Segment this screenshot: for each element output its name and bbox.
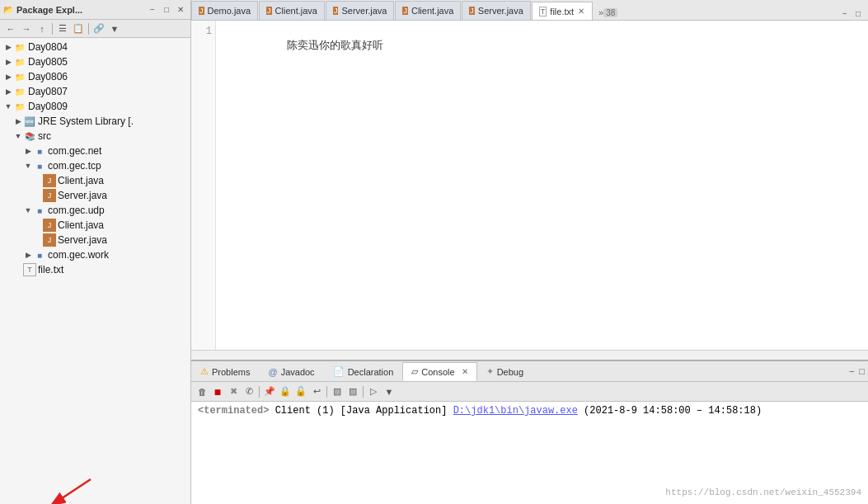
sidebar-toolbar: ← → ↑ ☰ 📋 🔗 ▼ xyxy=(0,20,190,38)
tree-label: Day0804 xyxy=(28,41,68,53)
tree-label: Client.java xyxy=(58,219,104,231)
minimize-bottom-button[interactable]: − xyxy=(849,366,854,376)
javadoc-icon: @ xyxy=(268,367,277,377)
tree-item-com-gec-net[interactable]: ■ com.gec.net xyxy=(0,144,190,158)
layout-button1[interactable]: ▧ xyxy=(330,384,345,399)
tree-arrow-day0809 xyxy=(3,101,13,111)
folder-icon: 📁 xyxy=(13,55,26,68)
tree-item-com-gec-udp[interactable]: ■ com.gec.udp xyxy=(0,203,190,218)
tree-item-src[interactable]: 📚 src xyxy=(0,129,190,144)
tree-arrow-client-tcp xyxy=(33,176,43,186)
sidebar-title-text: Package Expl... xyxy=(16,5,82,15)
tree-label: com.gec.tcp xyxy=(48,160,101,172)
package-icon: ■ xyxy=(33,159,46,172)
maximize-editor-button[interactable]: □ xyxy=(852,7,865,20)
tree-label: JRE System Library [. xyxy=(38,115,134,127)
tree-arrow-src xyxy=(13,131,23,141)
console-output: <terminated> Client (1) [Java Applicatio… xyxy=(191,402,868,504)
minimize-button[interactable]: − xyxy=(146,3,159,16)
disconnect-button[interactable]: ✆ xyxy=(242,384,256,399)
tree-label: Client.java xyxy=(58,175,104,186)
tree-item-com-gec-tcp[interactable]: ■ com.gec.tcp xyxy=(0,158,190,173)
tab-close-button[interactable]: ✕ xyxy=(577,7,585,16)
tree-item-client-udp[interactable]: J Client.java xyxy=(0,218,190,233)
stop-button[interactable]: ■ xyxy=(210,384,225,399)
menu-button[interactable]: ▼ xyxy=(107,21,122,36)
tab-overflow[interactable]: » 38 xyxy=(594,5,622,20)
tab-problems[interactable]: ⚠ Problems xyxy=(191,362,259,381)
tree-item-day0806[interactable]: 📁 Day0806 xyxy=(0,69,190,84)
tab-client2-java[interactable]: J Client.java xyxy=(395,1,461,20)
tab-icon: T xyxy=(539,7,547,16)
tree-item-server-udp[interactable]: J Server.java xyxy=(0,233,190,247)
open-console-button[interactable]: ▷ xyxy=(366,384,381,399)
tree-label: com.gec.work xyxy=(48,249,109,261)
package-icon: ■ xyxy=(33,204,46,217)
sidebar-header: 📂 Package Expl... − □ ✕ xyxy=(0,0,190,20)
lock-button[interactable]: 🔒 xyxy=(278,384,293,399)
tab-server2-java[interactable]: J Server.java xyxy=(462,1,531,20)
tree-item-day0805[interactable]: 📁 Day0805 xyxy=(0,54,190,69)
scroll-lock-button[interactable]: 🔓 xyxy=(293,384,308,399)
tab-declaration[interactable]: 📄 Declaration xyxy=(324,362,403,381)
back-button[interactable]: ← xyxy=(3,21,18,36)
editor-text[interactable]: 陈奕迅你的歌真好听 xyxy=(216,21,868,360)
folder-icon: 📁 xyxy=(13,70,26,83)
console-toolbar: 🗑 ■ ✖ ✆ 📌 🔒 🔓 ↩ ▧ ▨ ▷ ▼ xyxy=(191,382,868,402)
tree-label: Day0809 xyxy=(28,101,68,112)
tab-label: Client.java xyxy=(275,6,317,16)
package-icon: ■ xyxy=(33,144,46,158)
tab-demo-java[interactable]: J Demo.java xyxy=(191,1,258,20)
java-file-icon: J xyxy=(43,233,56,247)
tab-label: Demo.java xyxy=(208,6,251,16)
tree-item-filetxt[interactable]: T file.txt xyxy=(0,262,190,277)
tree-label: Server.java xyxy=(58,190,107,201)
tab-close-button[interactable]: ✕ xyxy=(462,367,468,376)
tree-label: src xyxy=(38,130,51,142)
tree-arrow-work xyxy=(23,250,33,260)
tree-label: com.gec.net xyxy=(48,145,101,157)
tab-debug[interactable]: ✦ Debug xyxy=(477,362,533,381)
maximize-button[interactable]: □ xyxy=(160,3,173,16)
debug-icon: ✦ xyxy=(486,366,494,377)
tab-console[interactable]: ▱ Console ✕ xyxy=(402,362,476,381)
tree-label: file.txt xyxy=(38,264,63,276)
close-button[interactable]: ✕ xyxy=(174,3,187,16)
up-button[interactable]: ↑ xyxy=(35,21,49,36)
console-time: (2021-8-9 14:58:00 – 14:58:18) xyxy=(584,405,762,417)
terminate-button[interactable]: ✖ xyxy=(226,384,241,399)
tree-item-server-tcp[interactable]: J Server.java xyxy=(0,188,190,203)
tree-item-day0804[interactable]: 📁 Day0804 xyxy=(0,40,190,54)
tree-label: com.gec.udp xyxy=(48,205,105,216)
tree-arrow-tcp xyxy=(23,161,33,171)
editor-horizontal-scrollbar[interactable] xyxy=(191,350,868,360)
word-wrap-button[interactable]: ↩ xyxy=(309,384,324,399)
editor-line-1: 陈奕迅你的歌真好听 xyxy=(287,40,383,52)
tree-item-com-gec-work[interactable]: ■ com.gec.work xyxy=(0,247,190,262)
editor-area[interactable]: 1 陈奕迅你的歌真好听 xyxy=(191,21,868,360)
tree-arrow-day0805 xyxy=(3,57,13,67)
pin-console-button[interactable]: 📌 xyxy=(262,384,277,399)
clear-console-button[interactable]: 🗑 xyxy=(195,384,209,399)
tab-javadoc[interactable]: @ Javadoc xyxy=(259,362,323,381)
forward-button[interactable]: → xyxy=(19,21,34,36)
tree-label: Day0807 xyxy=(28,86,68,97)
link-button[interactable]: 🔗 xyxy=(91,21,106,36)
layout-button2[interactable]: ▨ xyxy=(345,384,360,399)
console-app-name: Client (1) [Java Application] xyxy=(275,405,453,417)
tree-item-day0809[interactable]: 📁 Day0809 xyxy=(0,99,190,114)
tab-server1-java[interactable]: J Server.java xyxy=(326,1,395,20)
tree-item-day0807[interactable]: 📁 Day0807 xyxy=(0,84,190,99)
tree-item-jre[interactable]: 🆕 JRE System Library [. xyxy=(0,114,190,129)
maximize-bottom-button[interactable]: □ xyxy=(859,366,865,376)
tab-client1-java[interactable]: J Client.java xyxy=(259,1,325,20)
tree-arrow-server-udp xyxy=(33,235,43,245)
tab-filetxt[interactable]: T file.txt ✕ xyxy=(532,2,593,21)
tab-label: Client.java xyxy=(411,6,453,16)
paste-button[interactable]: 📋 xyxy=(71,21,86,36)
copy-button[interactable]: ☰ xyxy=(55,21,70,36)
console-path[interactable]: D:\jdk1\bin\javaw.exe xyxy=(453,405,578,417)
tree-item-client-tcp[interactable]: J Client.java xyxy=(0,173,190,188)
minimize-editor-button[interactable]: − xyxy=(838,7,852,20)
console-dropdown-button[interactable]: ▼ xyxy=(382,384,396,399)
